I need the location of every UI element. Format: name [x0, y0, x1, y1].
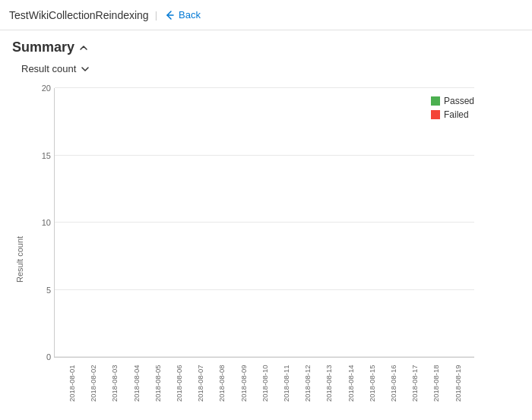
x-label: 2018-08-14 — [341, 361, 359, 406]
bar-slot — [255, 88, 274, 357]
x-label: 2018-08-16 — [384, 361, 402, 406]
x-label: 2018-08-06 — [169, 361, 188, 406]
x-label: 2018-08-02 — [84, 361, 102, 406]
x-label: 2018-08-08 — [212, 361, 230, 406]
bar-slot — [234, 88, 252, 357]
x-label: 2018-08-13 — [319, 361, 337, 406]
summary-title: Summary — [12, 39, 74, 55]
result-count-label: Result count — [21, 63, 76, 74]
chart-inner: Passed Failed 05101520 2018-08-012018-08… — [27, 81, 520, 407]
bar-slot — [426, 88, 445, 357]
x-label: 2018-08-03 — [105, 361, 123, 406]
bar-slot — [298, 88, 316, 357]
back-button[interactable]: Back — [163, 9, 201, 21]
back-label: Back — [179, 9, 201, 21]
y-tick-label: 0 — [46, 352, 51, 362]
page-title: TestWikiCollectionReindexing — [9, 9, 149, 21]
x-labels: 2018-08-012018-08-022018-08-032018-08-04… — [55, 361, 474, 406]
x-label: 2018-08-04 — [127, 361, 145, 406]
y-tick-label: 15 — [42, 151, 51, 160]
y-axis-label: Result count — [12, 81, 27, 407]
bars-group — [55, 88, 474, 357]
x-label: 2018-08-10 — [255, 361, 274, 406]
bar-slot — [319, 88, 337, 357]
bar-slot — [277, 88, 295, 357]
bar-slot — [405, 88, 423, 357]
bar-slot — [341, 88, 359, 357]
y-tick-label: 10 — [42, 218, 51, 227]
y-tick-label: 20 — [42, 84, 51, 93]
bar-slot — [84, 88, 102, 357]
separator: | — [155, 9, 157, 21]
x-label: 2018-08-19 — [448, 361, 467, 406]
bar-slot — [212, 88, 230, 357]
chart-container: Result count Passed Failed 05101520 2018… — [12, 81, 520, 407]
chevron-up-icon — [79, 43, 88, 52]
bar-slot — [363, 88, 381, 357]
x-label: 2018-08-05 — [148, 361, 166, 406]
header: TestWikiCollectionReindexing | Back — [0, 0, 532, 30]
chart-area: Result count Passed Failed 05101520 2018… — [12, 81, 520, 407]
bar-slot — [127, 88, 145, 357]
x-label: 2018-08-12 — [298, 361, 316, 406]
bar-slot — [448, 88, 467, 357]
dropdown-icon[interactable] — [81, 65, 90, 74]
bar-slot — [148, 88, 166, 357]
x-label: 2018-08-11 — [277, 361, 295, 406]
bar-slot — [191, 88, 209, 357]
x-label: 2018-08-17 — [405, 361, 423, 406]
result-count-row: Result count — [21, 63, 520, 74]
y-tick-label: 5 — [46, 286, 51, 295]
summary-header: Summary — [12, 39, 520, 55]
bar-slot — [105, 88, 123, 357]
x-label: 2018-08-15 — [363, 361, 381, 406]
summary-section: Summary Result count — [0, 30, 532, 74]
x-label: 2018-08-18 — [426, 361, 445, 406]
bar-slot — [384, 88, 402, 357]
back-icon — [163, 9, 176, 21]
x-label: 2018-08-07 — [191, 361, 209, 406]
x-label: 2018-08-09 — [234, 361, 252, 406]
x-label: 2018-08-01 — [62, 361, 81, 406]
bar-slot — [62, 88, 81, 357]
chart-plot: Passed Failed 05101520 2018-08-012018-08… — [54, 88, 474, 358]
bar-slot — [169, 88, 188, 357]
